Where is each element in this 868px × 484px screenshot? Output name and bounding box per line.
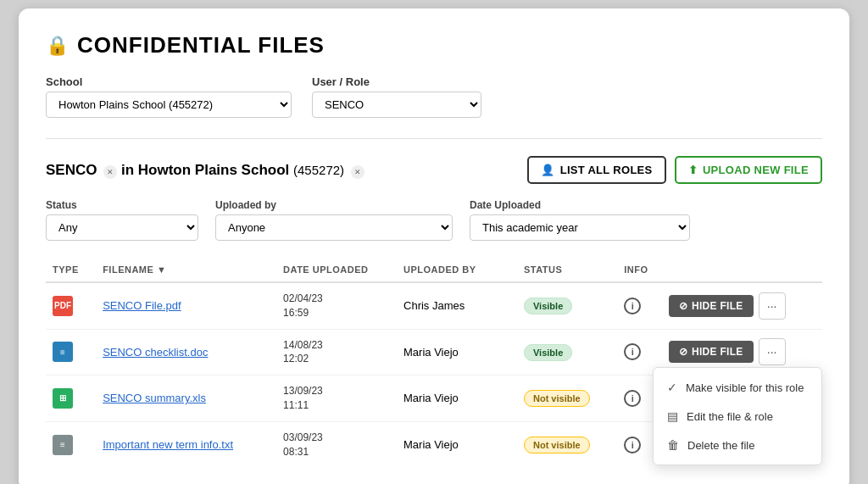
page-title: CONFIDENTIAL FILES [77, 32, 325, 58]
date-cell: 13/09/2311:11 [276, 376, 397, 422]
context-actions: 👤 LIST ALL ROLES ⬆ UPLOAD NEW FILE [527, 156, 822, 184]
date-cell: 03/09/2308:31 [276, 421, 397, 467]
menu-item-delete-label: Delete the file [687, 439, 755, 452]
menu-item-delete[interactable]: 🗑 Delete the file [654, 431, 821, 459]
context-title: SENCO ✕ in Howton Plains School (455272)… [46, 162, 364, 179]
status-cell: Visible [517, 329, 617, 376]
context-dropdown-menu: ✓ Make visible for this role ▤ Edit the … [653, 367, 822, 465]
school-filter-label: School [46, 75, 292, 88]
col-status-header: STATUS [517, 258, 617, 282]
uploader-cell: Maria Viejo [397, 421, 517, 467]
file-type-icon: ≡ [53, 342, 73, 362]
context-role: SENCO [46, 162, 97, 178]
file-type-cell: ≡ [46, 329, 96, 376]
uploader-filter-group: Uploaded by Anyone [215, 199, 453, 241]
role-filter-group: User / Role SENCO [312, 75, 481, 118]
actions-cell: ⊘ HIDE FILE ··· [662, 282, 822, 329]
hide-file-button[interactable]: ⊘ HIDE FILE [669, 341, 754, 363]
uploader-filter-label: Uploaded by [215, 199, 453, 211]
uploader-name: Maria Viejo [403, 438, 459, 451]
uploader-select[interactable]: Anyone [215, 214, 453, 241]
lock-icon: 🔒 [46, 35, 69, 57]
status-badge: Visible [524, 298, 572, 314]
more-options-button[interactable]: ··· [759, 292, 786, 320]
status-cell: Not visible [517, 421, 617, 467]
status-cell: Visible [517, 282, 617, 329]
info-icon[interactable]: i [624, 343, 641, 360]
file-link[interactable]: SENCO summary.xls [103, 392, 206, 404]
ban-icon: ⊘ [679, 346, 687, 358]
file-type-icon: ≡ [53, 435, 73, 455]
date-cell: 14/08/2312:02 [276, 329, 397, 376]
role-filter-label: User / Role [312, 75, 481, 88]
upload-file-button[interactable]: ⬆ UPLOAD NEW FILE [675, 156, 822, 184]
uploader-name: Maria Viejo [403, 392, 459, 404]
file-name-cell: Important new term info.txt [96, 421, 276, 467]
list-roles-label: LIST ALL ROLES [560, 164, 653, 176]
role-remove-badge[interactable]: ✕ [103, 165, 117, 179]
context-school-id: (455272) [293, 163, 344, 177]
check-icon: ✓ [667, 381, 677, 394]
uploader-name: Chris James [403, 299, 465, 312]
table-row: PDF SENCO File.pdf 02/04/2316:59 Chris J… [46, 282, 822, 329]
status-badge: Not visible [524, 437, 590, 453]
file-name-cell: SENCO summary.xls [96, 376, 276, 422]
page-title-section: 🔒 CONFIDENTIAL FILES [46, 32, 822, 58]
col-info-header: INFO [617, 258, 661, 282]
file-name-cell: SENCO checklist.doc [96, 329, 276, 376]
table-header-row: TYPE FILENAME ▼ DATE UPLOADED UPLOADED B… [46, 258, 822, 282]
trash-icon: 🗑 [667, 438, 679, 452]
status-select[interactable]: Any Visible Not visible [46, 214, 198, 241]
menu-item-make-visible[interactable]: ✓ Make visible for this role [654, 373, 821, 402]
uploader-name: Maria Viejo [403, 346, 459, 359]
menu-item-edit[interactable]: ▤ Edit the file & role [654, 402, 821, 431]
file-type-icon: PDF [53, 296, 73, 316]
status-badge: Not visible [524, 390, 590, 407]
sub-filters: Status Any Visible Not visible Uploaded … [46, 199, 822, 241]
edit-icon: ▤ [667, 409, 678, 423]
uploader-cell: Chris James [397, 282, 517, 329]
date-filter-label: Date Uploaded [470, 199, 690, 211]
hide-file-button[interactable]: ⊘ HIDE FILE [669, 295, 754, 317]
top-filters: School Howton Plains School (455272) Use… [46, 75, 822, 118]
more-options-button[interactable]: ··· [759, 338, 786, 365]
date-filter-group: Date Uploaded This academic year [470, 199, 690, 241]
school-select[interactable]: Howton Plains School (455272) [46, 92, 292, 118]
upload-label: UPLOAD NEW FILE [703, 164, 809, 176]
date-value: 02/04/2316:59 [283, 292, 390, 320]
file-type-cell: ≡ [46, 421, 96, 467]
menu-item-make-visible-label: Make visible for this role [686, 381, 804, 394]
date-select[interactable]: This academic year [470, 214, 690, 241]
status-badge: Visible [524, 344, 572, 361]
col-uploader-header: UPLOADED BY [397, 258, 517, 282]
status-cell: Not visible [517, 376, 617, 422]
col-actions-header [662, 258, 822, 282]
school-remove-badge[interactable]: ✕ [351, 165, 364, 179]
file-link[interactable]: SENCO checklist.doc [103, 346, 208, 359]
role-select[interactable]: SENCO [312, 92, 481, 118]
main-card: 🔒 CONFIDENTIAL FILES School Howton Plain… [19, 8, 849, 484]
col-type-header: TYPE [46, 258, 96, 282]
info-icon[interactable]: i [624, 390, 641, 407]
file-type-cell: ⊞ [46, 376, 96, 422]
status-filter-label: Status [46, 199, 198, 211]
action-buttons: ⊘ HIDE FILE ··· [669, 338, 815, 365]
school-filter-group: School Howton Plains School (455272) [46, 75, 292, 118]
status-filter-group: Status Any Visible Not visible [46, 199, 198, 241]
col-date-header: DATE UPLOADED [276, 258, 397, 282]
info-cell: i [617, 282, 661, 329]
context-school: Howton Plains School [138, 162, 293, 178]
uploader-cell: Maria Viejo [397, 376, 517, 422]
col-filename-header[interactable]: FILENAME ▼ [96, 258, 276, 282]
file-type-icon: ⊞ [53, 388, 73, 409]
date-cell: 02/04/2316:59 [276, 282, 397, 329]
file-link[interactable]: SENCO File.pdf [103, 299, 181, 312]
info-icon[interactable]: i [624, 437, 641, 453]
context-in-text: in [121, 162, 138, 178]
info-icon[interactable]: i [624, 298, 641, 314]
list-roles-icon: 👤 [541, 164, 554, 176]
file-link[interactable]: Important new term info.txt [103, 438, 233, 451]
list-roles-button[interactable]: 👤 LIST ALL ROLES [527, 156, 665, 184]
uploader-cell: Maria Viejo [397, 329, 517, 376]
file-name-cell: SENCO File.pdf [96, 282, 276, 329]
